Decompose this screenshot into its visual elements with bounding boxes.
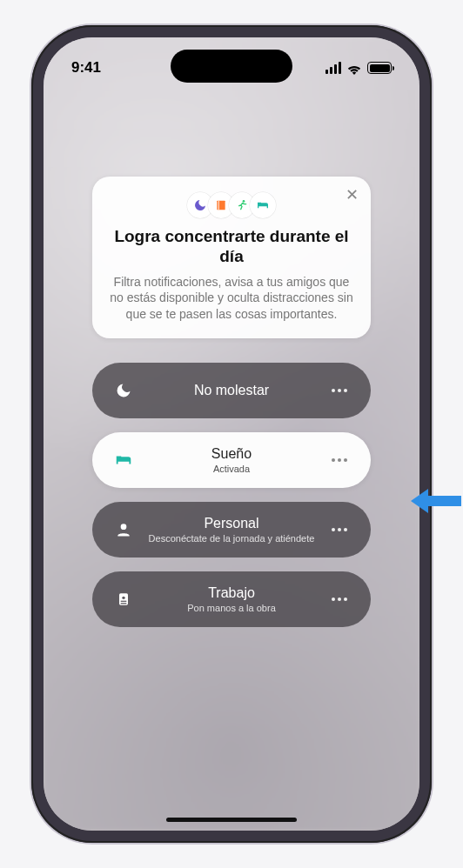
- svg-point-5: [122, 597, 124, 599]
- moon-icon: [113, 380, 134, 401]
- mode-sublabel: Activada: [213, 464, 250, 475]
- bed-icon: [113, 450, 134, 471]
- mode-label: Sueño: [211, 446, 252, 462]
- card-description: Filtra notificaciones, avisa a tus amigo…: [110, 274, 353, 324]
- svg-rect-7: [121, 603, 127, 604]
- mode-sublabel: Desconéctate de la jornada y atiéndete: [149, 533, 315, 544]
- battery-icon: [367, 62, 392, 74]
- focus-mode-sleep[interactable]: Sueño Activada: [92, 432, 371, 488]
- more-icon[interactable]: [329, 458, 350, 462]
- close-icon[interactable]: ✕: [346, 187, 359, 203]
- mode-label: Personal: [204, 516, 258, 531]
- focus-info-card: ✕ Logra concentrarte durante el dí: [92, 177, 371, 338]
- screen: 9:41 ✕: [44, 37, 419, 831]
- mode-sublabel: Pon manos a la obra: [187, 603, 276, 614]
- more-icon[interactable]: [329, 389, 350, 392]
- svg-point-2: [243, 200, 245, 203]
- bed-icon: [250, 192, 276, 218]
- focus-mode-do-not-disturb[interactable]: No molestar: [92, 363, 371, 418]
- card-icon-row: [110, 192, 353, 218]
- svg-point-3: [121, 524, 127, 531]
- status-time: 9:41: [71, 59, 101, 77]
- iphone-device-frame: 9:41 ✕: [31, 25, 432, 843]
- wifi-icon: [346, 63, 362, 74]
- callout-arrow-icon: [402, 482, 463, 520]
- badge-icon: [113, 589, 134, 610]
- home-indicator[interactable]: [166, 818, 297, 822]
- more-icon[interactable]: [329, 598, 350, 601]
- status-right: [325, 62, 393, 74]
- focus-mode-list: No molestar Sueño Activada: [92, 363, 371, 627]
- dynamic-island: [171, 50, 292, 83]
- person-icon: [113, 519, 134, 540]
- focus-mode-personal[interactable]: Personal Desconéctate de la jornada y at…: [92, 502, 371, 558]
- more-icon[interactable]: [329, 528, 350, 531]
- focus-overlay: ✕ Logra concentrarte durante el dí: [44, 37, 419, 831]
- focus-mode-work[interactable]: Trabajo Pon manos a la obra: [92, 571, 371, 627]
- svg-rect-6: [121, 601, 127, 602]
- mode-label: Trabajo: [208, 585, 255, 601]
- card-title: Logra concentrarte durante el día: [110, 227, 353, 267]
- mode-label: No molestar: [194, 383, 269, 398]
- cellular-signal-icon: [325, 62, 342, 74]
- svg-rect-1: [218, 201, 219, 210]
